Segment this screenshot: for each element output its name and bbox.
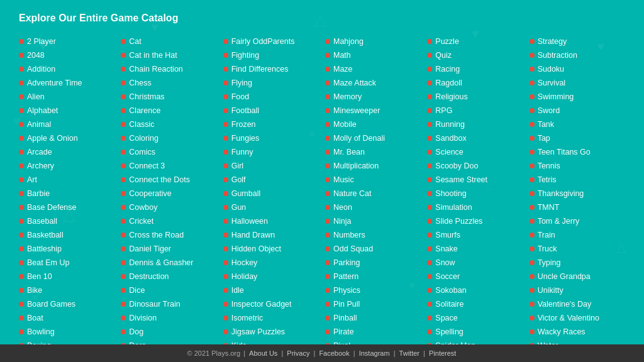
catalog-item[interactable]: Tap <box>530 132 625 145</box>
catalog-link[interactable]: Apple & Onion <box>27 132 78 145</box>
catalog-link[interactable]: Basketball <box>27 229 64 241</box>
catalog-link[interactable]: Sesame Street <box>435 173 487 186</box>
catalog-item[interactable]: Math <box>325 49 421 62</box>
catalog-link[interactable]: Valentine's Day <box>538 298 592 310</box>
catalog-link[interactable]: Girl <box>231 160 243 172</box>
catalog-link[interactable]: Dice <box>129 284 145 297</box>
catalog-link[interactable]: Running <box>435 118 465 131</box>
catalog-item[interactable]: Coloring <box>121 132 216 145</box>
catalog-link[interactable]: Boat <box>27 312 43 324</box>
catalog-link[interactable]: Tennis <box>538 160 560 172</box>
catalog-link[interactable]: Neon <box>333 201 352 214</box>
catalog-item[interactable]: Cross the Road <box>121 229 216 241</box>
catalog-item[interactable]: Smurfs <box>427 229 523 241</box>
catalog-item[interactable]: Memory <box>325 90 421 103</box>
catalog-item[interactable]: Alien <box>19 90 114 103</box>
catalog-link[interactable]: Barbie <box>27 187 50 200</box>
catalog-item[interactable]: Cat in the Hat <box>121 49 216 62</box>
footer-link-instagram[interactable]: Instagram <box>359 349 390 357</box>
catalog-item[interactable]: Apple & Onion <box>19 132 114 145</box>
catalog-link[interactable]: Base Defense <box>27 201 77 214</box>
catalog-link[interactable]: Ragdoll <box>435 77 462 89</box>
catalog-item[interactable]: Bike <box>19 284 114 297</box>
catalog-link[interactable]: Halloween <box>231 215 268 228</box>
catalog-link[interactable]: Alien <box>27 90 45 103</box>
catalog-link[interactable]: Solitaire <box>435 298 464 310</box>
catalog-item[interactable]: Maze Attack <box>325 77 421 89</box>
catalog-item[interactable]: Solitaire <box>427 298 523 310</box>
catalog-item[interactable]: Food <box>223 90 319 103</box>
catalog-item[interactable]: Funny <box>223 146 319 158</box>
catalog-item[interactable]: Ben 10 <box>19 270 114 283</box>
catalog-link[interactable]: Truck <box>538 243 557 255</box>
catalog-item[interactable]: Parking <box>325 256 421 269</box>
catalog-item[interactable]: Religious <box>427 90 523 103</box>
catalog-link[interactable]: Molly of Denali <box>333 132 385 145</box>
catalog-link[interactable]: Nature Cat <box>333 187 371 200</box>
catalog-item[interactable]: Sword <box>530 104 625 117</box>
catalog-link[interactable]: Find Differences <box>231 63 289 75</box>
catalog-item[interactable]: Snow <box>427 256 523 269</box>
catalog-link[interactable]: Football <box>231 104 259 117</box>
catalog-item[interactable]: Boat <box>19 312 114 324</box>
catalog-link[interactable]: Sokoban <box>435 284 466 297</box>
catalog-link[interactable]: Fungies <box>231 132 259 145</box>
catalog-link[interactable]: Idle <box>231 284 244 297</box>
catalog-item[interactable]: Girl <box>223 160 319 172</box>
catalog-link[interactable]: Hockey <box>231 256 258 269</box>
catalog-link[interactable]: Scooby Doo <box>435 160 478 172</box>
catalog-item[interactable]: Fungies <box>223 132 319 145</box>
catalog-item[interactable]: Cooperative <box>121 187 216 200</box>
catalog-link[interactable]: Memory <box>333 90 362 103</box>
catalog-link[interactable]: Sandbox <box>435 132 466 145</box>
catalog-link[interactable]: Beat Em Up <box>27 256 69 269</box>
catalog-link[interactable]: Adventure Time <box>27 77 82 89</box>
catalog-link[interactable]: Cooperative <box>129 187 171 200</box>
catalog-item[interactable]: Cowboy <box>121 201 216 214</box>
catalog-item[interactable]: TMNT <box>530 201 625 214</box>
catalog-item[interactable]: Baseball <box>19 215 114 228</box>
catalog-link[interactable]: Cross the Road <box>129 229 184 241</box>
catalog-item[interactable]: Base Defense <box>19 201 114 214</box>
catalog-item[interactable]: Quiz <box>427 49 523 62</box>
catalog-link[interactable]: Cricket <box>129 215 153 228</box>
catalog-link[interactable]: Racing <box>435 63 460 75</box>
catalog-link[interactable]: Gun <box>231 201 247 214</box>
catalog-link[interactable]: Snow <box>435 256 455 269</box>
catalog-link[interactable]: Unikitty <box>538 284 564 297</box>
catalog-link[interactable]: Alphabet <box>27 104 58 117</box>
footer-link-pinterest[interactable]: Pinterest <box>429 349 456 357</box>
catalog-link[interactable]: Strategy <box>538 35 567 48</box>
catalog-item[interactable]: Christmas <box>121 90 216 103</box>
catalog-item[interactable]: Addition <box>19 63 114 75</box>
catalog-item[interactable]: Valentine's Day <box>530 298 625 310</box>
catalog-link[interactable]: Golf <box>231 173 246 186</box>
catalog-link[interactable]: Numbers <box>333 229 365 241</box>
catalog-link[interactable]: Holiday <box>231 270 258 283</box>
catalog-link[interactable]: Board Games <box>27 298 75 310</box>
catalog-link[interactable]: TMNT <box>538 201 560 214</box>
catalog-item[interactable]: Comics <box>121 146 216 158</box>
catalog-item[interactable]: Train <box>530 229 625 241</box>
catalog-item[interactable]: Division <box>121 312 216 324</box>
catalog-item[interactable]: Sesame Street <box>427 173 523 186</box>
catalog-link[interactable]: Cowboy <box>129 201 157 214</box>
catalog-link[interactable]: Gumball <box>231 187 261 200</box>
catalog-link[interactable]: Food <box>231 90 250 103</box>
catalog-item[interactable]: Isometric <box>223 312 319 324</box>
catalog-item[interactable]: Slide Puzzles <box>427 215 523 228</box>
catalog-link[interactable]: Animal <box>27 118 51 131</box>
catalog-item[interactable]: Maze <box>325 63 421 75</box>
catalog-item[interactable]: Cat <box>121 35 216 48</box>
catalog-item[interactable]: Physics <box>325 284 421 297</box>
catalog-link[interactable]: Fighting <box>231 49 259 62</box>
catalog-item[interactable]: Pin Pull <box>325 298 421 310</box>
catalog-item[interactable]: Football <box>223 104 319 117</box>
catalog-link[interactable]: Mahjong <box>333 35 364 48</box>
catalog-item[interactable]: RPG <box>427 104 523 117</box>
catalog-item[interactable]: Scooby Doo <box>427 160 523 172</box>
catalog-link[interactable]: 2048 <box>27 49 45 62</box>
catalog-link[interactable]: Bike <box>27 284 42 297</box>
catalog-item[interactable]: Hockey <box>223 256 319 269</box>
catalog-link[interactable]: Physics <box>333 284 360 297</box>
